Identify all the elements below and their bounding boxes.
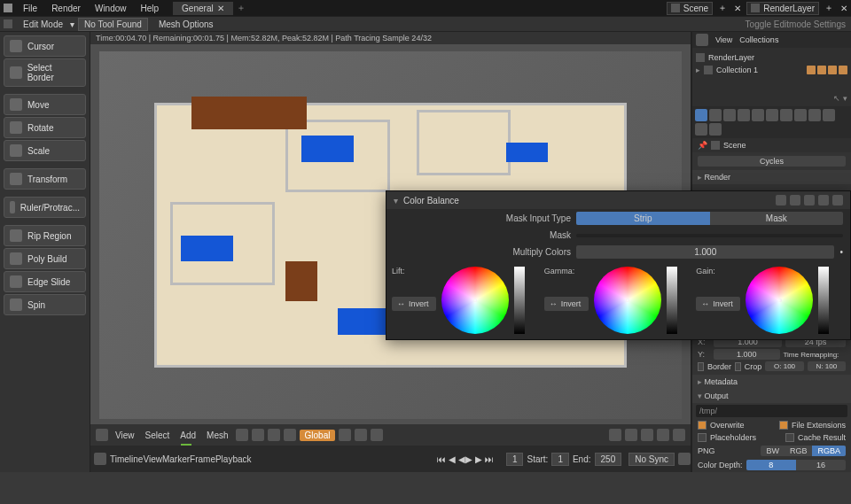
overlay-icon[interactable] [609,429,621,441]
render-panel-header[interactable]: ▸ Render [692,170,851,184]
tool-cursor[interactable]: Cursor [4,35,86,57]
tool-ruler[interactable]: Ruler/Protrac... [4,197,86,218]
remap-new-field[interactable]: N: 100 [808,361,846,371]
keyframe-dot-icon[interactable]: • [839,247,843,257]
color-mode-segment[interactable]: BW RGB RGBA [761,446,846,456]
aspect-y-field[interactable]: 1.000 [714,349,780,360]
menu-window[interactable]: Window [88,4,134,13]
timeline-editor-icon[interactable] [94,453,106,465]
remap-old-field[interactable]: O: 100 [765,361,803,371]
constraint-tab-icon[interactable] [823,109,835,121]
disclosure-icon[interactable]: ▾ [394,196,398,205]
depth-16-option[interactable]: 16 [796,460,846,470]
output-tab-icon[interactable] [709,109,722,121]
workspace-tab-general[interactable]: General ✕ [173,2,233,15]
tool-scale[interactable]: Scale [4,140,86,161]
outliner-collection-row[interactable]: ▸ Collection 1 [696,64,847,76]
tool-rotate[interactable]: Rotate [4,117,86,138]
mute-icon[interactable] [790,195,800,205]
close-icon[interactable] [832,195,843,205]
crop-checkbox[interactable] [735,362,741,371]
mask-tab[interactable]: Mask [710,212,844,225]
outliner-view-tab[interactable]: View [715,35,732,44]
select-menu[interactable]: Select [142,430,174,440]
remove-layer-button[interactable]: ✕ [837,4,851,13]
add-workspace-button[interactable]: ＋ [237,2,246,14]
color-balance-header[interactable]: ▾ Color Balance [386,191,850,209]
color-depth-segment[interactable]: 8 16 [746,460,846,470]
close-icon[interactable]: ✕ [217,4,224,13]
add-scene-button[interactable]: ＋ [714,2,730,14]
gain-invert-button[interactable]: ↔Invert [696,297,740,311]
scene-tab-icon[interactable] [738,109,750,121]
particle-tab-icon[interactable] [794,109,807,121]
mask-selector[interactable] [576,234,843,237]
tool-edge-slide[interactable]: Edge Slide [4,271,86,292]
render-tab-icon[interactable] [695,109,707,121]
menu-file[interactable]: File [16,4,44,13]
tool-transform[interactable]: Transform [4,168,86,190]
tool-spin[interactable]: Spin [4,294,86,315]
output-path-field[interactable]: /tmp/ [696,405,847,417]
object-tab-icon[interactable] [766,109,778,121]
shading-lookdev-icon[interactable] [657,429,669,441]
mesh-menu[interactable]: Mesh [203,430,231,440]
keyframe-next-icon[interactable]: ▶ [472,454,485,464]
placeholders-checkbox[interactable] [698,433,707,442]
border-checkbox[interactable] [698,362,704,371]
mask-input-type-tabs[interactable]: Strip Mask [576,212,843,225]
remove-scene-button[interactable]: ✕ [730,4,745,13]
pivot-icon[interactable] [339,429,351,441]
add-layer-button[interactable]: ＋ [821,2,837,14]
overwrite-checkbox[interactable] [698,421,707,430]
tool-poly-build[interactable]: Poly Build [4,248,86,269]
output-panel-header[interactable]: ▾ Output [692,389,851,403]
outliner-editor-icon[interactable] [696,34,708,46]
select-mode-edge-icon[interactable] [268,429,280,441]
renderlayer-selector[interactable]: RenderLayer [746,2,819,15]
mesh-options[interactable]: Mesh Options [152,19,221,29]
strip-tab[interactable]: Strip [576,212,710,225]
current-frame-field[interactable]: 1 [506,453,524,466]
disclosure-icon[interactable]: ▸ [696,66,700,74]
lift-value-slider[interactable] [514,267,525,334]
tool-move[interactable]: Move [4,94,86,115]
render-engine-selector[interactable]: Cycles [698,156,846,167]
gain-value-slider[interactable] [818,267,829,334]
mode-selector[interactable]: Edit Mode [16,19,70,29]
play-reverse-icon[interactable]: ◀ [458,454,465,464]
gamma-value-slider[interactable] [667,267,677,334]
depth-8-option[interactable]: 8 [746,460,796,470]
gain-color-wheel[interactable] [746,267,813,334]
physics-tab-icon[interactable] [808,109,821,121]
jump-end-icon[interactable]: ⏭ [485,454,494,464]
mode-icon-2[interactable] [236,429,248,441]
jump-start-icon[interactable]: ⏮ [437,454,446,464]
cache-checkbox[interactable] [785,433,794,442]
end-frame-field[interactable]: 250 [595,453,622,466]
tool-rip-region[interactable]: Rip Region [4,225,86,246]
material-tab-icon[interactable] [709,123,722,136]
world-tab-icon[interactable] [752,109,764,121]
tool-select-border[interactable]: Select Border [4,58,86,87]
bw-option[interactable]: BW [761,446,785,456]
format-selector[interactable]: PNG [698,446,757,455]
timeline-view-menu[interactable]: View [143,454,162,464]
timeline-frame-menu[interactable]: Frame [190,454,215,464]
proportional-icon[interactable] [371,429,383,441]
metadata-panel-header[interactable]: ▸ Metadata [692,375,851,389]
timeline-menu[interactable]: Timeline [110,454,143,464]
rgba-option[interactable]: RGBA [812,446,846,456]
shading-solid-icon[interactable] [641,429,653,441]
pin-icon[interactable]: 📌 [698,141,707,150]
outliner-renderlayer-row[interactable]: RenderLayer [696,51,847,64]
modifier-tab-icon[interactable] [780,109,792,121]
play-icon[interactable]: ▶ [465,454,472,464]
select-mode-face-icon[interactable] [284,429,296,441]
multiply-colors-slider[interactable]: 1.000 [576,245,834,259]
rgb-option[interactable]: RGB [785,446,813,456]
snap-icon[interactable] [355,429,367,441]
eye-icon[interactable] [776,195,786,205]
editor-type-icon[interactable] [96,429,108,441]
start-frame-field[interactable]: 1 [551,453,569,466]
